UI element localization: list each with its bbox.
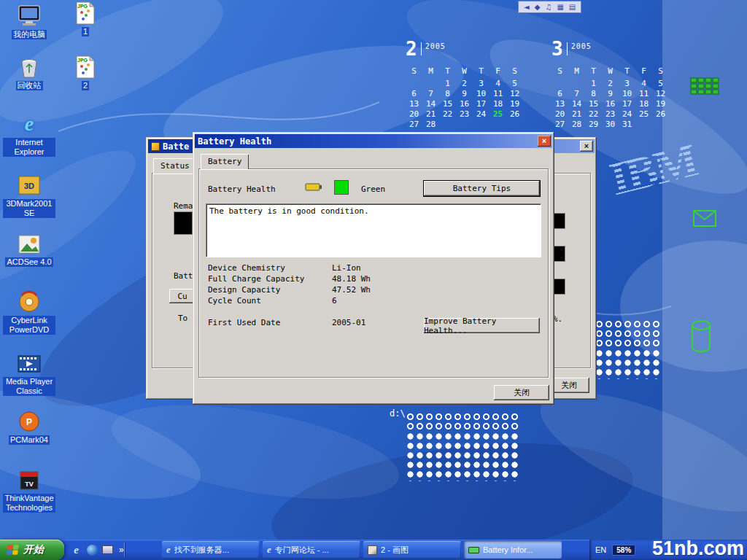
calendar-title: 2 2005 bbox=[406, 39, 523, 60]
battery-label: Batt bbox=[174, 271, 193, 281]
desktop-icon-internet-explorer[interactable]: e Internet Explorer bbox=[3, 111, 55, 157]
calendar-day: 14 bbox=[422, 99, 439, 109]
calendar-year: 2005 bbox=[571, 42, 592, 50]
desktop-icon-media-player-classic[interactable]: Media Player Classic bbox=[3, 350, 55, 396]
calendar-day: 11 bbox=[635, 89, 652, 99]
language-indicator[interactable]: EN bbox=[595, 545, 606, 554]
calendar-day: 21 bbox=[422, 109, 439, 120]
task-label: Battery Infor... bbox=[483, 545, 533, 554]
calendar-year: 2005 bbox=[425, 42, 446, 50]
desktop-icon-acdsee[interactable]: ACDSee 4.0 bbox=[3, 230, 55, 267]
calendar-day: 19 bbox=[506, 99, 523, 109]
desktop-file-1[interactable]: JPG 1 bbox=[69, 1, 102, 36]
close-icon[interactable]: × bbox=[538, 136, 551, 147]
calendar-day: 15 bbox=[585, 99, 602, 109]
icon-label: Internet Explorer bbox=[3, 138, 55, 157]
icon-label: 回收站 bbox=[16, 81, 43, 90]
tray-battery-indicator[interactable]: 58% bbox=[612, 545, 635, 556]
internet-explorer-icon: e bbox=[25, 112, 34, 136]
calendar-weekday-row: SMTWTFS bbox=[551, 66, 669, 77]
health-close-button[interactable]: 关闭 bbox=[494, 385, 549, 400]
calendar-day: 23 bbox=[602, 109, 619, 120]
battery-field-row: Cycle Count6 bbox=[199, 296, 548, 307]
desktop-icon-recycle-bin[interactable]: 回收站 bbox=[3, 54, 55, 90]
calendar-days: 1234567891011121314151617181920212223242… bbox=[551, 79, 669, 130]
svg-text:3D: 3D bbox=[24, 182, 34, 190]
health-status-swatch bbox=[334, 180, 349, 195]
calendar-day: 9 bbox=[456, 89, 473, 99]
calendar-day: 7 bbox=[422, 89, 439, 99]
calendar-days: 1234567891011121314151617181920212223242… bbox=[406, 79, 523, 130]
calendar-day bbox=[406, 79, 422, 89]
toolbar-icon-5[interactable]: ▤ bbox=[569, 3, 576, 11]
calendar-day: 19 bbox=[652, 99, 669, 109]
show-desktop-icon[interactable] bbox=[102, 545, 113, 554]
calendar-day bbox=[652, 120, 669, 130]
battery-field-value: 2005-01 bbox=[332, 318, 365, 327]
taskbar-task[interactable]: 找不到服务器... bbox=[162, 541, 260, 559]
toolbar-icon-4[interactable]: ▦ bbox=[557, 3, 563, 11]
calendar-weekday: T bbox=[473, 66, 489, 77]
cu-button[interactable]: Cu bbox=[169, 289, 196, 303]
condition-textbox[interactable]: The battery is in good condition. bbox=[206, 203, 541, 257]
calendar-day: 16 bbox=[602, 99, 619, 109]
info-close-button[interactable]: 关闭 bbox=[549, 378, 589, 393]
calendar-day: 7 bbox=[568, 89, 585, 99]
calendar-day: 10 bbox=[619, 89, 635, 99]
desktop-icon-powerdvd[interactable]: CyberLink PowerDVD bbox=[3, 289, 55, 335]
internet-explorer-icon[interactable] bbox=[70, 544, 82, 556]
battery-health-dialog: Battery Health × Battery Battery Health … bbox=[193, 132, 554, 405]
tab-battery[interactable]: Battery bbox=[201, 154, 249, 169]
battery-tab-panel: Battery Health Green Battery Tips The ba… bbox=[198, 168, 549, 378]
calendar-day: 17 bbox=[473, 99, 489, 109]
calendar-day bbox=[551, 79, 568, 89]
battery-tips-button[interactable]: Battery Tips bbox=[424, 181, 540, 196]
calendar-february: 2 2005 SMTWTFS 1234567891011121314151617… bbox=[406, 39, 523, 130]
calendar-day: 30 bbox=[602, 120, 619, 130]
start-button[interactable]: 开始 bbox=[0, 540, 64, 560]
close-icon[interactable]: × bbox=[580, 141, 593, 152]
desktop-icon-my-computer[interactable]: 我的电脑 bbox=[3, 3, 55, 39]
drive-label: d:\ bbox=[390, 408, 406, 419]
taskbar-task[interactable]: 2 - 画图 bbox=[363, 541, 461, 559]
desktop-icon-3dmark2001[interactable]: 3D 3DMark2001 SE bbox=[3, 172, 55, 218]
battery-health-titlebar[interactable]: Battery Health bbox=[195, 134, 552, 148]
toolbar-icon-2[interactable]: ◆ bbox=[535, 3, 541, 11]
windows-logo-icon bbox=[5, 544, 20, 556]
calendar-day: 28 bbox=[568, 120, 585, 130]
taskbar-task[interactable]: 专门网论坛 - ... bbox=[263, 541, 360, 559]
toolbar-icon-1[interactable]: ◄ bbox=[524, 3, 530, 11]
desktop-file-2[interactable]: JPG 2 bbox=[69, 55, 102, 90]
taskbar-separator bbox=[124, 542, 125, 557]
dot-pattern-filled bbox=[595, 349, 662, 379]
battery-field-value: 6 bbox=[332, 296, 337, 306]
battery-field-row: Full Charge Capacity48.18 Wh bbox=[199, 274, 548, 285]
calendar-month: 2 bbox=[406, 39, 417, 58]
calendar-day bbox=[439, 120, 456, 130]
taskbar-task[interactable]: Battery Infor... bbox=[464, 541, 562, 559]
media-player-icon[interactable] bbox=[87, 545, 98, 556]
calendar-day: 2 bbox=[456, 79, 473, 89]
calendar-month: 3 bbox=[551, 39, 563, 58]
thinkvantage-icon: TV bbox=[18, 470, 40, 491]
desktop-icon-thinkvantage[interactable]: TV ThinkVantage Technologies bbox=[3, 467, 55, 513]
improve-battery-health-button[interactable]: Improve Battery Health... bbox=[424, 318, 540, 333]
calendar-day: 1 bbox=[585, 79, 602, 89]
task-label: 专门网论坛 - ... bbox=[275, 545, 329, 556]
desktop-icon-pcmark04[interactable]: P PCMark04 bbox=[3, 408, 55, 445]
quick-launch-overflow-chevron[interactable]: » bbox=[119, 545, 124, 555]
task-label: 2 - 画图 bbox=[381, 545, 409, 556]
calendar-day: 29 bbox=[585, 120, 602, 130]
calendar-day: 22 bbox=[585, 109, 602, 120]
calendar-weekday: W bbox=[456, 66, 473, 77]
calendar-day: 27 bbox=[406, 120, 422, 130]
calendar-day: 6 bbox=[406, 89, 422, 99]
window-icon bbox=[151, 142, 160, 151]
calendar-weekday: T bbox=[619, 66, 635, 77]
battery-field-value: 47.52 Wh bbox=[332, 285, 371, 295]
system-tray: EN 58% bbox=[589, 540, 747, 560]
calendar-day: 26 bbox=[506, 109, 523, 120]
tab-status[interactable]: Status bbox=[153, 158, 197, 174]
toolbar-icon-3[interactable]: ♫ bbox=[545, 3, 551, 11]
taskbar: 开始 » 找不到服务器...专门网论坛 - ...2 - 画图Battery I… bbox=[0, 540, 747, 560]
